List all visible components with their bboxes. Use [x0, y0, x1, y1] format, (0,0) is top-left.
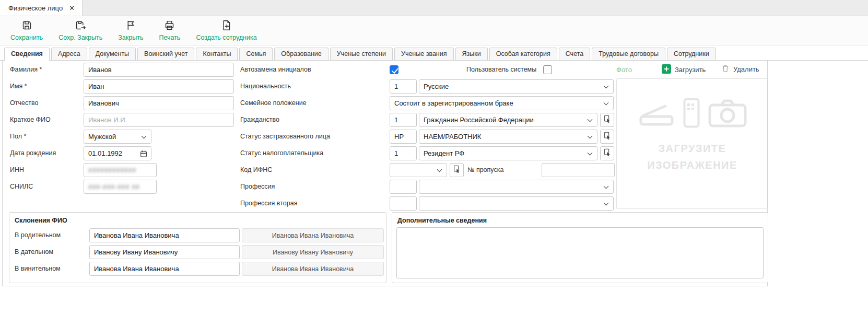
gender-select[interactable]: Мужской	[84, 130, 151, 144]
citizenship-value: Гражданин Российской Федерации	[424, 116, 534, 124]
pass-number-input[interactable]	[542, 163, 615, 177]
create-employee-button[interactable]: Создать сотрудника	[193, 19, 260, 42]
citizenship-code-input[interactable]	[390, 113, 417, 127]
genitive-input[interactable]	[89, 228, 240, 242]
middlename-input[interactable]	[84, 96, 234, 110]
autoreplace-label: Автозамена инициалов	[240, 63, 311, 77]
firstname-label: Имя *	[10, 79, 27, 94]
lastname-input[interactable]	[84, 63, 234, 77]
ifns-code-lookup-button[interactable]	[450, 163, 464, 177]
photo-label: Фото	[616, 63, 632, 77]
printer-icon	[164, 20, 175, 32]
save-close-icon	[75, 20, 86, 32]
nationality-code-input[interactable]	[390, 79, 417, 94]
tab-sotrudniki[interactable]: Сотрудники	[667, 48, 716, 60]
birthdate-input[interactable]: 01.01.1992	[84, 146, 151, 160]
inn-input[interactable]: ############	[84, 163, 157, 177]
snils-label: СНИЛС	[10, 180, 33, 194]
toolbar: Сохранить Сохр. Закрыть Закрыть Печать С…	[0, 16, 868, 45]
close-button[interactable]: Закрыть	[115, 19, 146, 42]
photo-upload-label: Загрузить	[675, 66, 706, 74]
tab-voinskiy-uchet[interactable]: Воинский учет	[137, 48, 194, 60]
profession2-code-input[interactable]	[390, 196, 417, 211]
gender-label: Пол *	[10, 130, 26, 144]
dative-input[interactable]	[89, 245, 240, 259]
tab-kontakty[interactable]: Контакты	[196, 48, 238, 60]
profession-select[interactable]	[419, 180, 614, 194]
taxpayer-status-lookup-button[interactable]	[600, 146, 614, 160]
dative-label: В дательном	[15, 245, 53, 259]
nationality-value: Русские	[424, 83, 449, 90]
photo-upload-button[interactable]: Загрузить	[662, 64, 706, 75]
profession2-select[interactable]	[419, 196, 614, 211]
citizenship-label: Гражданство	[240, 113, 279, 127]
chevron-down-icon	[604, 100, 609, 106]
genitive-suggest-button[interactable]: Иванова Ивана Ивановича	[242, 228, 384, 242]
firstname-input[interactable]	[84, 79, 234, 94]
declensions-title: Склонения ФИО	[15, 217, 67, 224]
accusative-suggest-button[interactable]: Иванова Ивана Ивановича	[242, 262, 384, 276]
ifns-code-label: Код ИФНС	[240, 163, 272, 177]
short-fio-input[interactable]	[84, 113, 234, 127]
ifns-code-select[interactable]	[390, 163, 447, 177]
dative-suggest-button[interactable]: Иванову Ивану Ивановичу	[242, 245, 384, 259]
additional-info-textarea[interactable]	[396, 227, 764, 278]
photo-delete-button[interactable]: Удалить	[721, 64, 759, 74]
marital-label: Семейное положение	[240, 96, 307, 110]
tab-obrazovanie[interactable]: Образование	[274, 48, 328, 60]
lastname-label: Фамилия *	[10, 63, 42, 77]
tab-uchenye-zvaniya[interactable]: Ученые звания	[394, 48, 454, 60]
pass-number-label: № пропуска	[467, 163, 503, 177]
snils-input[interactable]: ###-###-### ##	[84, 180, 157, 194]
tab-semya[interactable]: Семья	[239, 48, 273, 60]
chevron-down-icon	[142, 134, 147, 139]
system-user-checkbox[interactable]	[543, 65, 552, 74]
photo-placeholder-icons	[617, 98, 768, 130]
lookup-icon	[603, 132, 612, 142]
nationality-label: Национальность	[240, 79, 291, 94]
accusative-input[interactable]	[89, 262, 240, 276]
additional-info-group: Дополнительные сведения	[392, 212, 768, 283]
accusative-label: В винительном	[15, 262, 61, 276]
citizenship-lookup-button[interactable]	[600, 113, 614, 127]
taxpayer-status-select[interactable]: Резидент РФ	[419, 146, 597, 160]
lookup-icon	[453, 165, 461, 175]
window-tab-strip: Физическое лицо ✕	[0, 0, 868, 16]
tab-yazyki[interactable]: Языки	[455, 48, 488, 60]
declensions-group: Склонения ФИО В родительном Иванова Иван…	[9, 212, 386, 283]
save-icon	[21, 20, 32, 32]
taxpayer-status-code-input[interactable]	[390, 146, 417, 160]
scanner-icon	[638, 99, 675, 129]
close-tab-icon[interactable]: ✕	[69, 5, 75, 11]
document-plus-icon	[221, 20, 232, 32]
citizenship-select[interactable]: Гражданин Российской Федерации	[419, 113, 597, 127]
insured-status-code-input[interactable]	[390, 130, 417, 144]
tab-dokumenty[interactable]: Документы	[89, 48, 136, 60]
chevron-down-icon	[588, 150, 593, 156]
tab-uchenye-stepeni[interactable]: Ученые степени	[330, 48, 393, 60]
lookup-icon	[603, 115, 612, 125]
photo-dropzone[interactable]: ЗАГРУЗИТЕ ИЗОБРАЖЕНИЕ	[616, 78, 768, 209]
save-button[interactable]: Сохранить	[7, 19, 46, 42]
tab-svedeniya[interactable]: Сведения	[4, 48, 50, 60]
nationality-select[interactable]: Русские	[419, 79, 614, 94]
autoreplace-checkbox[interactable]	[390, 65, 398, 74]
taxpayer-status-label: Статус налогоплательщика	[240, 146, 323, 160]
tab-trudovye-dogovory[interactable]: Трудовые договоры	[592, 48, 665, 60]
profession2-label: Профессия вторая	[240, 196, 297, 211]
marital-select[interactable]: Состоит в зарегистрированном браке	[390, 96, 614, 110]
window-tab-fizicheskoe-lico[interactable]: Физическое лицо ✕	[0, 0, 83, 16]
create-employee-label: Создать сотрудника	[196, 34, 256, 41]
profession-code-input[interactable]	[390, 180, 417, 194]
insured-status-select[interactable]: НАЕМ/РАБОТНИК	[419, 130, 597, 144]
insured-status-lookup-button[interactable]	[600, 130, 614, 144]
save-close-button[interactable]: Сохр. Закрыть	[55, 19, 105, 42]
calendar-icon[interactable]	[139, 149, 148, 159]
tab-adresa[interactable]: Адреса	[51, 48, 87, 60]
tab-scheta[interactable]: Счета	[559, 48, 590, 60]
print-button[interactable]: Печать	[156, 19, 183, 42]
tab-osobaya-kategoriya[interactable]: Особая категория	[489, 48, 557, 60]
chevron-down-icon	[437, 167, 442, 172]
inn-masked-value: ############	[88, 167, 136, 174]
page-tabs: Сведения Адреса Документы Воинский учет …	[0, 45, 868, 61]
